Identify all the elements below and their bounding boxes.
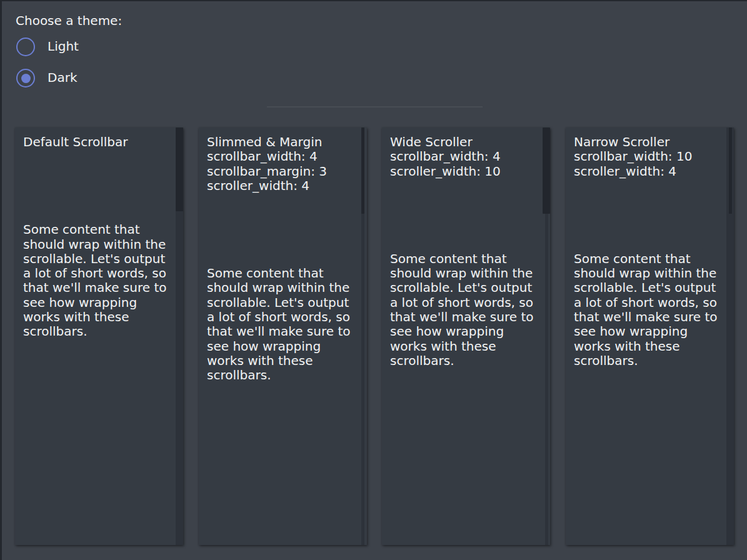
- scrollbar-thumb[interactable]: [543, 128, 550, 214]
- panel-config: scrollbar_width: 10 scroller_width: 4: [574, 149, 724, 179]
- panel-content: Some content that should wrap within the…: [574, 252, 724, 368]
- scrollbar-thumb[interactable]: [176, 128, 183, 211]
- panel-config: scrollbar_width: 4 scrollbar_margin: 3 s…: [207, 149, 357, 193]
- panel-title: Default Scrollbar: [23, 135, 173, 149]
- scroll-area-wide-scroller[interactable]: Wide Scroller scrollbar_width: 4 scrolle…: [382, 128, 550, 545]
- panel-content: Some content that should wrap within the…: [390, 252, 540, 368]
- panel-content: Some content that should wrap within the…: [207, 266, 357, 382]
- radio-selected-icon[interactable]: [16, 69, 35, 88]
- scroll-area-narrow-scroller[interactable]: Narrow Scroller scrollbar_width: 10 scro…: [566, 128, 734, 545]
- panel-config: scrollbar_width: 4 scroller_width: 10: [390, 149, 540, 179]
- radio-dot-icon: [21, 74, 31, 83]
- theme-chooser-label: Choose a theme:: [16, 14, 122, 28]
- app-background: { "theme_chooser": { "label": "Choose a …: [0, 0, 747, 560]
- panel-title: Narrow Scroller: [574, 135, 724, 149]
- scroll-area-slimmed-margin[interactable]: Slimmed & Margin scrollbar_width: 4 scro…: [199, 128, 367, 545]
- radio-option-light[interactable]: Light: [16, 38, 79, 56]
- radio-option-dark[interactable]: Dark: [16, 69, 77, 88]
- panel-title: Wide Scroller: [390, 135, 540, 149]
- window-edge-left: [0, 0, 2, 560]
- panel-content: Some content that should wrap within the…: [23, 222, 173, 339]
- scrollbar-thumb[interactable]: [361, 128, 364, 214]
- scrollbar-thumb[interactable]: [729, 128, 732, 214]
- radio-unselected-icon[interactable]: [16, 38, 35, 56]
- horizontal-divider: [267, 106, 483, 108]
- scroll-area-default[interactable]: Default Scrollbar Some content that shou…: [15, 128, 183, 545]
- window-edge-top: [0, 0, 747, 1]
- radio-label-light[interactable]: Light: [48, 39, 79, 54]
- panel-title: Slimmed & Margin: [207, 135, 357, 149]
- radio-label-dark[interactable]: Dark: [48, 71, 77, 85]
